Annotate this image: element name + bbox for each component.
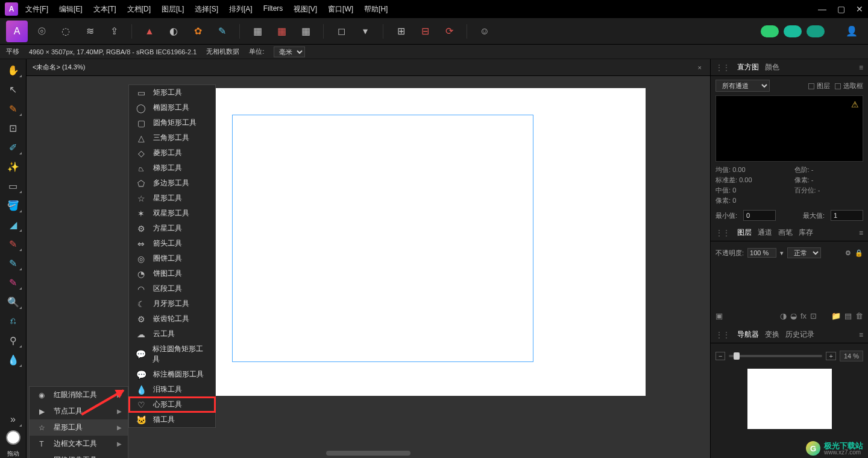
- auto-wb-icon[interactable]: ✎: [212, 21, 232, 42]
- dodge-tool[interactable]: ⚲: [4, 332, 23, 349]
- tab-color[interactable]: 颜色: [765, 62, 779, 72]
- shape-item-11[interactable]: ◎圈饼工具: [129, 251, 215, 266]
- menu-arrange[interactable]: 排列[A]: [229, 4, 253, 14]
- foreground-color[interactable]: [6, 430, 20, 445]
- blur-tool[interactable]: 💧: [4, 351, 23, 368]
- shape-item-0[interactable]: ▭矩形工具: [129, 85, 215, 100]
- tab-channels[interactable]: 通道: [758, 227, 772, 238]
- mix-brush-tool[interactable]: ✎: [4, 255, 23, 272]
- auto-contrast-icon[interactable]: ◐: [163, 21, 184, 42]
- fx-icon[interactable]: ⚙: [845, 249, 851, 257]
- shape-item-21[interactable]: 🐱猫工具: [129, 412, 215, 427]
- shape-item-8[interactable]: ✶双星形工具: [129, 206, 215, 221]
- selection-checkbox[interactable]: [835, 83, 841, 89]
- mask-icon[interactable]: ▣: [715, 311, 723, 320]
- flyout-node[interactable]: ▶节点工具▶: [30, 403, 128, 419]
- scrollbar-horizontal[interactable]: [326, 451, 410, 456]
- maximize-button[interactable]: ▢: [837, 4, 845, 14]
- opacity-dropdown-icon[interactable]: ▾: [780, 249, 784, 257]
- shape-item-12[interactable]: ◔饼图工具: [129, 266, 215, 281]
- flyout-mesh[interactable]: ▦网格扭曲工具▶: [30, 452, 128, 458]
- brush-tool[interactable]: ✎: [4, 235, 23, 252]
- pill-green[interactable]: [761, 25, 779, 37]
- grid-2-icon[interactable]: ▦: [271, 21, 292, 42]
- blend-select[interactable]: 正常: [787, 247, 821, 258]
- tab-close-icon[interactable]: ×: [698, 64, 702, 71]
- min-input[interactable]: [743, 210, 776, 221]
- shape-item-6[interactable]: ⬠多边形工具: [129, 176, 215, 191]
- shape-item-14[interactable]: ☾月牙形工具: [129, 296, 215, 311]
- layer-checkbox[interactable]: [808, 83, 814, 89]
- selection-brush-tool[interactable]: ✐: [4, 139, 23, 156]
- persona-liquify-icon[interactable]: ⦾: [31, 21, 52, 42]
- grid-3-icon[interactable]: ▦: [295, 21, 316, 42]
- hand-tool[interactable]: ✋: [4, 62, 23, 78]
- shape-item-16[interactable]: ☁云工具: [129, 326, 215, 342]
- folder-icon[interactable]: 📁: [831, 311, 841, 320]
- pill-teal[interactable]: [784, 25, 802, 37]
- tab-brushes[interactable]: 画笔: [778, 227, 793, 238]
- wand-tool[interactable]: ✨: [4, 158, 23, 175]
- shape-item-13[interactable]: ◠区段工具: [129, 281, 215, 296]
- document-tab[interactable]: <未命名> (14.3%) ×: [27, 59, 710, 76]
- align-icon[interactable]: ⊞: [391, 21, 411, 42]
- menu-view[interactable]: 视图[V]: [294, 4, 317, 14]
- crop-toggle-icon[interactable]: ◻: [331, 21, 351, 42]
- menu-filters[interactable]: Filters: [263, 4, 283, 14]
- panel-menu-icon[interactable]: ≡: [859, 63, 863, 72]
- menu-layer[interactable]: 图层[L]: [162, 4, 184, 14]
- shape-item-9[interactable]: ⚙方星工具: [129, 221, 215, 236]
- crop-icon[interactable]: ⊡: [810, 311, 817, 320]
- adj-icon[interactable]: ◑: [780, 311, 787, 320]
- grid-1-icon[interactable]: ▦: [247, 21, 268, 42]
- channel-select[interactable]: 所有通道: [715, 80, 770, 92]
- erase-tool[interactable]: ✎: [4, 274, 23, 291]
- unit-select[interactable]: 毫米: [274, 46, 305, 57]
- panel-menu-icon[interactable]: ≡: [859, 331, 863, 339]
- clone-tool[interactable]: 🔍: [4, 293, 23, 310]
- menu-help[interactable]: 帮助[H]: [364, 4, 388, 14]
- shape-item-17[interactable]: 💬标注圆角矩形工具: [129, 342, 215, 367]
- shape-item-20[interactable]: ♡心形工具: [129, 397, 215, 412]
- shape-item-4[interactable]: ◇菱形工具: [129, 145, 215, 161]
- persona-export-icon[interactable]: ⇪: [104, 21, 124, 42]
- auto-levels-icon[interactable]: ▲: [139, 21, 160, 42]
- drag-handle-icon[interactable]: ⋮⋮: [715, 331, 730, 339]
- flyout-frametext[interactable]: T边框文本工具▶: [30, 436, 128, 452]
- shape-item-2[interactable]: ▢圆角矩形工具: [129, 115, 215, 130]
- max-input[interactable]: [831, 210, 863, 221]
- tab-histogram[interactable]: 直方图: [737, 62, 759, 72]
- pill-cyan[interactable]: [807, 25, 825, 37]
- magnet-icon[interactable]: ⟳: [439, 21, 459, 42]
- zoom-value[interactable]: 14 %: [840, 351, 863, 361]
- marquee-tool[interactable]: ▭: [4, 177, 23, 194]
- zoom-out-button[interactable]: −: [715, 352, 725, 360]
- drag-handle-icon[interactable]: ⋮⋮: [715, 229, 730, 237]
- flood-tool[interactable]: 🪣: [4, 197, 23, 214]
- stamp-tool[interactable]: ⎌: [4, 313, 23, 329]
- shape-item-15[interactable]: ⚙嵌齿轮工具: [129, 311, 215, 326]
- close-button[interactable]: ✕: [856, 4, 863, 14]
- crop-tool[interactable]: ⊡: [4, 119, 23, 136]
- shape-item-10[interactable]: ⇔箭头工具: [129, 236, 215, 251]
- menu-select[interactable]: 选择[S]: [195, 4, 218, 14]
- persona-develop-icon[interactable]: ◌: [55, 21, 76, 42]
- shape-item-18[interactable]: 💬标注椭圆形工具: [129, 367, 215, 382]
- flyout-star[interactable]: ☆星形工具▶: [30, 419, 128, 436]
- menu-text[interactable]: 文本[T]: [93, 4, 116, 14]
- zoom-slider[interactable]: [729, 355, 822, 357]
- shape-item-19[interactable]: 💧泪珠工具: [129, 382, 215, 397]
- account-icon[interactable]: 👤: [841, 21, 862, 42]
- crop-target-icon[interactable]: ▾: [355, 21, 376, 42]
- auto-colors-icon[interactable]: ✿: [187, 21, 208, 42]
- minimize-button[interactable]: —: [818, 4, 826, 14]
- color-picker-tool[interactable]: ✎: [4, 100, 23, 117]
- tab-stock[interactable]: 库存: [799, 227, 813, 238]
- zoom-in-button[interactable]: +: [826, 352, 835, 360]
- navigator-thumbnail[interactable]: [747, 369, 832, 429]
- menu-edit[interactable]: 编辑[E]: [59, 4, 83, 14]
- shape-item-3[interactable]: △三角形工具: [129, 130, 215, 145]
- add-layer-icon[interactable]: ▤: [844, 311, 852, 320]
- snap-icon[interactable]: ⊟: [415, 21, 435, 42]
- lock-icon[interactable]: 🔒: [855, 249, 863, 257]
